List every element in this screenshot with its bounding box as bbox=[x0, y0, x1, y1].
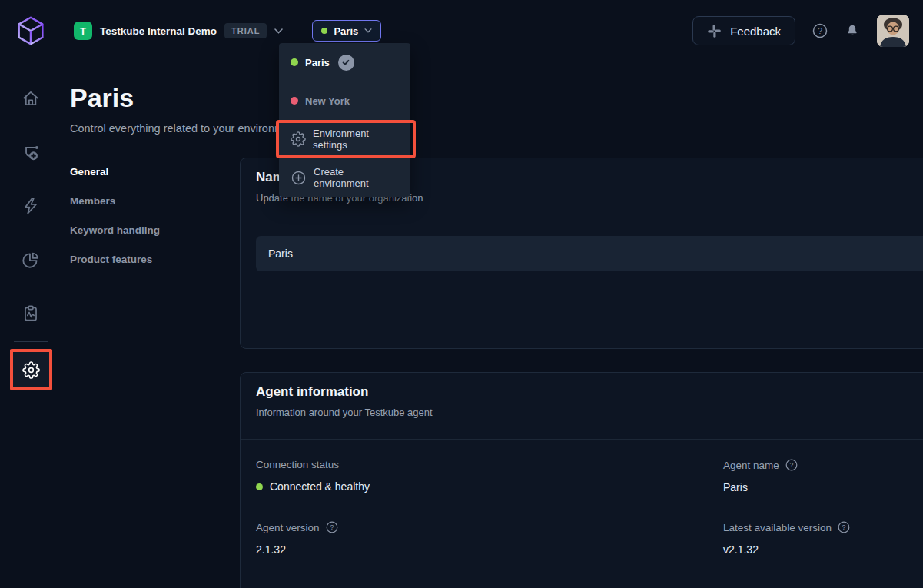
env-status-dot bbox=[321, 28, 327, 34]
environment-selector-button[interactable]: Paris bbox=[312, 20, 381, 42]
main-content: Paris Control everything related to your… bbox=[61, 61, 923, 588]
sidebar-item-test-workflows[interactable] bbox=[20, 141, 42, 163]
healthy-status-dot bbox=[256, 483, 263, 490]
page-subtitle: Control everything related to your envir… bbox=[70, 122, 923, 135]
feedback-button[interactable]: Feedback bbox=[692, 16, 795, 45]
annotation-highlight-settings bbox=[10, 349, 52, 390]
agent-name-field: Agent name ? Paris bbox=[723, 459, 923, 493]
connection-status-label: Connection status bbox=[256, 459, 339, 470]
org-initial-badge: T bbox=[74, 22, 92, 40]
insights-pie-icon bbox=[21, 250, 41, 270]
latest-version-value: v2.1.32 bbox=[723, 543, 759, 556]
new-york-status-dot bbox=[291, 97, 298, 105]
monitoring-clipboard-icon bbox=[21, 304, 41, 324]
sidebar bbox=[0, 61, 61, 588]
sidebar-item-triggers[interactable] bbox=[20, 195, 42, 217]
org-name: Testkube Internal Demo bbox=[100, 25, 217, 37]
testkube-logo[interactable] bbox=[0, 13, 61, 48]
agent-card-subtitle: Information around your Testkube agent bbox=[256, 407, 923, 418]
settings-gear-icon bbox=[22, 361, 40, 379]
connection-status-field: Connection status Connected & healthy bbox=[256, 459, 723, 493]
top-bar: T Testkube Internal Demo TRIAL Paris Fee… bbox=[0, 0, 923, 61]
dropdown-new-york-label: New York bbox=[305, 95, 350, 107]
triggers-icon bbox=[21, 196, 41, 216]
agent-version-label: Agent version bbox=[256, 522, 320, 533]
sidebar-item-home[interactable] bbox=[20, 88, 42, 109]
agent-name-label: Agent name bbox=[723, 460, 779, 471]
chevron-down-icon bbox=[364, 28, 372, 33]
plus-circle-icon bbox=[291, 170, 307, 186]
nav-item-general[interactable]: General bbox=[70, 158, 240, 187]
agent-version-field: Agent version ? 2.1.32 bbox=[256, 521, 723, 556]
user-avatar[interactable] bbox=[877, 15, 909, 47]
organization-switcher[interactable]: T Testkube Internal Demo TRIAL bbox=[74, 22, 283, 40]
svg-text:?: ? bbox=[842, 523, 846, 531]
svg-text:?: ? bbox=[818, 26, 822, 35]
home-icon bbox=[21, 88, 41, 108]
sidebar-item-settings[interactable] bbox=[20, 359, 42, 380]
slack-icon bbox=[707, 24, 722, 38]
sidebar-item-insights[interactable] bbox=[20, 249, 42, 271]
dropdown-item-paris[interactable]: Paris bbox=[279, 43, 410, 81]
connection-status-value: Connected & healthy bbox=[270, 480, 370, 493]
nav-item-keyword-handling[interactable]: Keyword handling bbox=[70, 216, 240, 245]
svg-text:?: ? bbox=[330, 523, 334, 531]
sidebar-divider bbox=[14, 341, 48, 342]
help-button[interactable]: ? bbox=[812, 23, 828, 38]
nav-item-members[interactable]: Members bbox=[70, 187, 240, 216]
environment-dropdown-menu: Paris New York Environment settings Crea… bbox=[279, 43, 410, 197]
env-selected-label: Paris bbox=[334, 25, 358, 37]
dropdown-item-create-environment[interactable]: Create environment bbox=[279, 158, 410, 197]
trial-badge: TRIAL bbox=[224, 23, 267, 38]
svg-text:?: ? bbox=[789, 461, 793, 469]
chevron-down-icon bbox=[274, 28, 283, 34]
page-title: Paris bbox=[70, 83, 923, 113]
topbar-right-group: Feedback ? bbox=[692, 15, 923, 47]
latest-version-field: Latest available version ? v2.1.32 bbox=[723, 521, 923, 556]
agent-name-value: Paris bbox=[723, 481, 748, 493]
dropdown-paris-label: Paris bbox=[305, 57, 330, 68]
dropdown-env-settings-label: Environment settings bbox=[313, 128, 399, 151]
test-workflows-icon bbox=[21, 142, 41, 162]
notifications-button[interactable] bbox=[845, 23, 860, 38]
agent-version-value: 2.1.32 bbox=[256, 543, 286, 556]
selected-check-icon bbox=[338, 55, 354, 71]
latest-version-label: Latest available version bbox=[723, 522, 832, 533]
nav-item-product-features[interactable]: Product features bbox=[70, 245, 240, 274]
sidebar-item-monitoring[interactable] bbox=[20, 303, 42, 324]
dropdown-item-new-york[interactable]: New York bbox=[279, 81, 410, 120]
gear-icon bbox=[291, 131, 306, 147]
dropdown-create-env-label: Create environment bbox=[314, 166, 399, 189]
agent-information-card: Agent information Information around you… bbox=[240, 372, 923, 588]
help-circle-icon[interactable]: ? bbox=[326, 521, 338, 533]
help-circle-icon[interactable]: ? bbox=[838, 521, 850, 533]
paris-status-dot bbox=[291, 58, 298, 66]
help-circle-icon: ? bbox=[812, 23, 828, 38]
bell-icon bbox=[845, 23, 860, 38]
feedback-label: Feedback bbox=[730, 25, 781, 38]
dropdown-item-environment-settings[interactable]: Environment settings bbox=[279, 120, 410, 158]
help-circle-icon[interactable]: ? bbox=[785, 459, 798, 471]
environment-name-input[interactable] bbox=[256, 236, 923, 271]
agent-card-title: Agent information bbox=[256, 384, 923, 400]
settings-nav: General Members Keyword handling Product… bbox=[70, 158, 240, 588]
